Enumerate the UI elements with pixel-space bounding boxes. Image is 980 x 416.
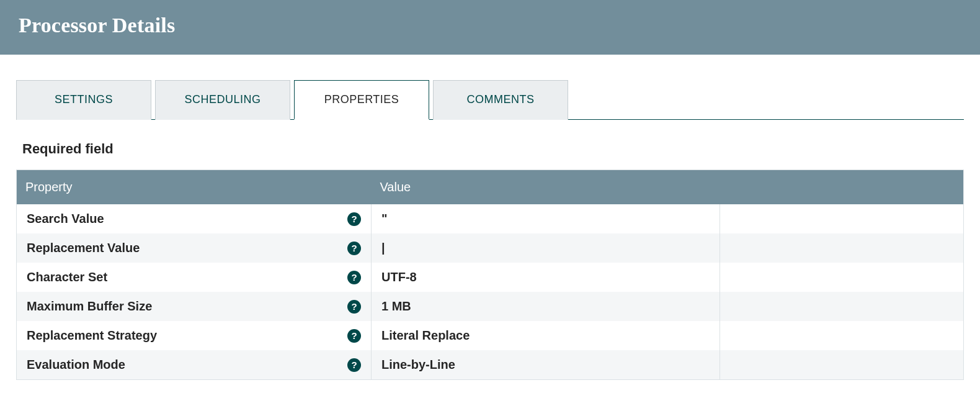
tab-label: SCHEDULING — [184, 93, 261, 106]
tab-settings[interactable]: SETTINGS — [16, 80, 151, 120]
help-icon[interactable]: ? — [347, 212, 361, 226]
dialog-title: Processor Details — [19, 14, 961, 37]
table-row[interactable]: Character Set ? UTF-8 — [17, 263, 964, 292]
property-name: Replacement Strategy — [27, 328, 157, 343]
help-icon[interactable]: ? — [347, 329, 361, 343]
property-name: Maximum Buffer Size — [27, 299, 152, 314]
property-value: " — [381, 212, 387, 225]
table-row[interactable]: Search Value ? " — [17, 204, 964, 233]
tab-label: COMMENTS — [467, 93, 535, 106]
table-row[interactable]: Maximum Buffer Size ? 1 MB — [17, 292, 964, 321]
dialog-body: SETTINGS SCHEDULING PROPERTIES COMMENTS … — [0, 55, 980, 380]
help-icon[interactable]: ? — [347, 300, 361, 314]
required-field-label: Required field — [16, 120, 964, 170]
tab-comments[interactable]: COMMENTS — [433, 80, 568, 120]
table-row[interactable]: Evaluation Mode ? Line-by-Line — [17, 350, 964, 380]
dialog-header: Processor Details — [0, 0, 980, 55]
table-row[interactable]: Replacement Strategy ? Literal Replace — [17, 321, 964, 350]
column-header-property: Property — [17, 170, 372, 205]
column-header-extra — [720, 170, 964, 205]
help-icon[interactable]: ? — [347, 358, 361, 372]
column-header-value: Value — [372, 170, 720, 205]
tab-bar: SETTINGS SCHEDULING PROPERTIES COMMENTS — [16, 79, 964, 120]
properties-table: Property Value Search Value ? " — [16, 170, 964, 380]
property-name: Search Value — [27, 212, 104, 226]
property-name: Evaluation Mode — [27, 358, 125, 372]
property-name: Character Set — [27, 270, 107, 284]
tab-scheduling[interactable]: SCHEDULING — [155, 80, 290, 120]
property-value: Line-by-Line — [381, 358, 455, 371]
property-name: Replacement Value — [27, 241, 140, 255]
property-value: UTF-8 — [381, 270, 417, 284]
tab-label: PROPERTIES — [324, 93, 399, 106]
table-row[interactable]: Replacement Value ? | — [17, 233, 964, 263]
property-value: | — [381, 241, 385, 255]
tab-properties[interactable]: PROPERTIES — [294, 80, 429, 120]
property-value: Literal Replace — [381, 328, 470, 342]
property-value: 1 MB — [381, 299, 411, 313]
help-icon[interactable]: ? — [347, 242, 361, 255]
help-icon[interactable]: ? — [347, 271, 361, 284]
tab-label: SETTINGS — [55, 93, 113, 106]
table-header-row: Property Value — [17, 170, 964, 205]
